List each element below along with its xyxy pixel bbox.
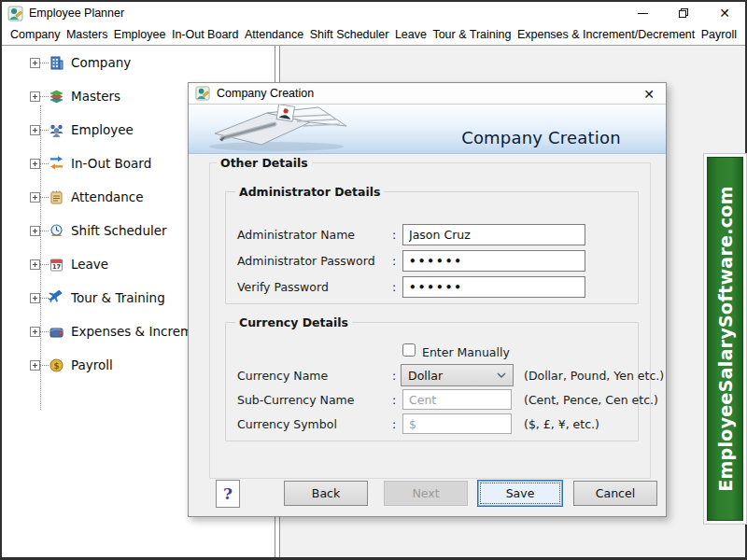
help-icon: ? (223, 484, 233, 503)
menu-expenses-increment[interactable]: Expenses & Increment/Decrement (517, 28, 695, 41)
website-banner-text: EmployeeSalarySoftware.com (715, 186, 736, 492)
menu-in-out-board[interactable]: In-Out Board (172, 28, 239, 41)
administrator-name-label: Administrator Name (237, 228, 355, 242)
separator: : (392, 254, 396, 268)
sidebar-item-attendance[interactable]: Attendance (30, 188, 144, 206)
sidebar-item-in-out-board[interactable]: In-Out Board (30, 154, 151, 173)
verify-password-label: Verify Password (237, 280, 329, 294)
dialog-icon (195, 86, 210, 101)
expand-icon[interactable] (30, 259, 40, 270)
menu-leave[interactable]: Leave (395, 28, 427, 41)
clock-icon (49, 223, 64, 239)
expand-icon[interactable] (30, 159, 40, 169)
close-icon: ✕ (719, 7, 730, 20)
other-details-legend: Other Details (217, 156, 312, 170)
dialog-header: Company Creation (189, 105, 666, 154)
wallet-icon (49, 324, 64, 340)
separator: : (392, 393, 396, 407)
svg-text:17: 17 (52, 263, 61, 271)
layers-icon (49, 89, 64, 105)
close-icon: ✕ (643, 87, 655, 102)
expand-icon[interactable] (30, 293, 40, 303)
administrator-password-input[interactable] (402, 250, 585, 272)
website-banner[interactable]: EmployeeSalarySoftware.com (703, 153, 747, 525)
menu-attendance[interactable]: Attendance (245, 28, 303, 41)
dialog-title: Company Creation (217, 87, 314, 100)
currency-symbol-label: Currency Symbol (237, 417, 337, 431)
back-button[interactable]: Back (284, 481, 368, 506)
sidebar-item-tour-training[interactable]: Tour & Training (30, 288, 165, 307)
currency-name-select[interactable]: Dollar (401, 364, 514, 386)
expand-icon[interactable] (30, 125, 40, 135)
svg-text:$: $ (54, 360, 60, 370)
dialog-close-button[interactable]: ✕ (640, 85, 658, 103)
sidebar-item-label: In-Out Board (71, 156, 151, 171)
website-banner-background: EmployeeSalarySoftware.com (707, 157, 743, 521)
in-out-arrows-icon (49, 156, 64, 172)
menu-tour-training[interactable]: Tour & Training (432, 28, 511, 41)
sidebar-item-leave[interactable]: 17 Leave (30, 255, 108, 273)
next-button: Next (384, 481, 468, 506)
sidebar-item-label: Shift Scheduler (71, 223, 167, 238)
administrator-details-legend: Administrator Details (235, 185, 384, 199)
window-titlebar: Employee Planner ✕ (2, 2, 745, 24)
expand-icon[interactable] (30, 226, 40, 236)
sidebar-item-label: Employee (71, 122, 134, 137)
menu-masters[interactable]: Masters (66, 28, 107, 41)
enter-manually-checkbox[interactable] (402, 343, 416, 357)
dialog-header-title: Company Creation (441, 128, 641, 147)
sub-currency-name-input (402, 389, 512, 410)
minimize-button[interactable] (622, 2, 663, 24)
menu-company[interactable]: Company (10, 28, 61, 41)
sidebar-item-employee[interactable]: Employee (30, 120, 134, 139)
application-window: Employee Planner ✕ Company Masters Emplo… (0, 0, 747, 560)
currency-details-group: Enter Manually Currency Name : Dollar (D… (225, 322, 639, 441)
cancel-button[interactable]: Cancel (573, 481, 657, 506)
chevron-down-icon (497, 372, 506, 378)
administrator-name-input[interactable] (402, 224, 585, 245)
expand-icon[interactable] (30, 192, 40, 203)
calendar-icon: 17 (49, 257, 64, 273)
menu-payroll[interactable]: Payroll (701, 28, 737, 41)
dialog-titlebar: Company Creation (189, 83, 666, 105)
sidebar-item-label: Leave (71, 257, 108, 272)
sidebar-item-payroll[interactable]: $ Payroll (30, 356, 113, 374)
sidebar-item-label: Tour & Training (71, 290, 165, 305)
currency-symbol-input (402, 413, 512, 434)
administrator-password-label: Administrator Password (237, 254, 375, 268)
expand-icon[interactable] (30, 360, 40, 371)
sidebar-item-shift-scheduler[interactable]: Shift Scheduler (30, 221, 167, 240)
coin-icon: $ (49, 357, 64, 373)
separator: : (392, 417, 396, 431)
close-button[interactable]: ✕ (704, 2, 745, 24)
expand-icon[interactable] (30, 58, 40, 68)
sub-currency-name-label: Sub-Currency Name (237, 393, 354, 407)
expand-icon[interactable] (30, 327, 40, 337)
sidebar-item-label: Company (71, 55, 131, 70)
help-button[interactable]: ? (216, 480, 240, 508)
separator: : (392, 228, 396, 242)
sidebar-item-company[interactable]: Company (30, 53, 131, 72)
sidebar-item-masters[interactable]: Masters (30, 87, 120, 105)
building-icon (49, 55, 64, 71)
currency-details-legend: Currency Details (235, 315, 352, 329)
window-title: Employee Planner (29, 7, 124, 20)
menu-bar: Company Masters Employee In-Out Board At… (2, 24, 745, 46)
sidebar-item-label: Attendance (71, 189, 144, 204)
currency-name-value: Dollar (408, 369, 443, 383)
separator: : (392, 280, 396, 294)
verify-password-input[interactable] (402, 276, 585, 298)
people-icon (49, 122, 64, 138)
currency-name-hint: (Dollar, Pound, Yen etc.) (524, 369, 664, 383)
expand-icon[interactable] (30, 91, 40, 102)
notebook-pen-illustration (194, 105, 358, 154)
menu-shift-scheduler[interactable]: Shift Scheduler (310, 28, 389, 41)
menu-employee[interactable]: Employee (114, 28, 166, 41)
save-button[interactable]: Save (477, 480, 563, 507)
sidebar-item-label: Payroll (71, 357, 113, 372)
currency-name-label: Currency Name (237, 369, 328, 383)
app-icon (7, 6, 23, 21)
maximize-button[interactable] (663, 2, 704, 24)
administrator-details-group: Administrator Name : Administrator Passw… (225, 191, 639, 304)
restore-icon (679, 8, 688, 18)
